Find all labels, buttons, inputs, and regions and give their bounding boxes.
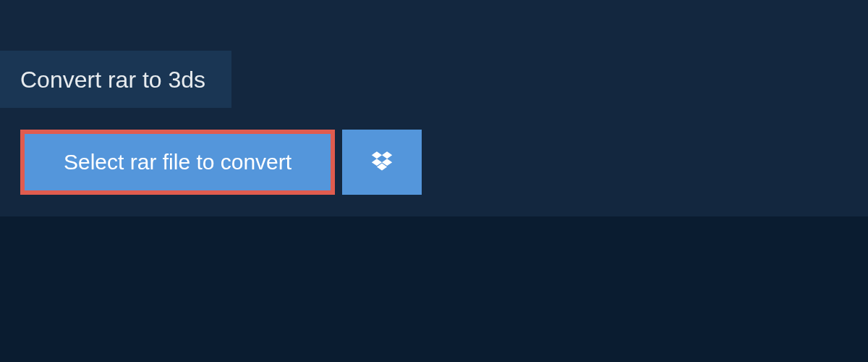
upload-row: Select rar file to convert <box>20 130 868 195</box>
converter-panel: Convert rar to 3ds Select rar file to co… <box>0 0 868 216</box>
select-file-button[interactable]: Select rar file to convert <box>25 134 331 190</box>
dropbox-button[interactable] <box>342 130 422 195</box>
converter-tab[interactable]: Convert rar to 3ds <box>0 51 231 108</box>
select-file-label: Select rar file to convert <box>64 150 292 174</box>
dropbox-icon <box>370 148 394 176</box>
select-file-highlight: Select rar file to convert <box>20 130 335 195</box>
tab-title: Convert rar to 3ds <box>20 67 205 93</box>
